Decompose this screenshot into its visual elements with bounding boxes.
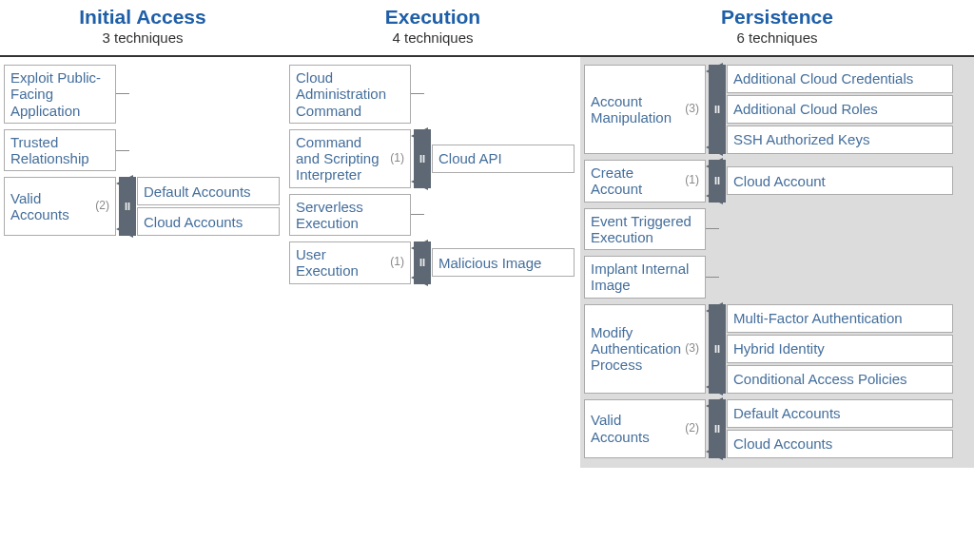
- subtechnique-label: Conditional Access Policies: [733, 371, 907, 387]
- technique-label: Trusted Relationship: [10, 134, 109, 167]
- subtechnique-cloud-api[interactable]: Cloud API: [432, 145, 575, 173]
- subtechnique-mfa[interactable]: Multi-Factor Authentication: [727, 304, 953, 333]
- technique-label: Account Manipulation: [591, 93, 682, 126]
- subtechnique-additional-cloud-credentials[interactable]: Additional Cloud Credentials: [727, 65, 953, 93]
- expander-toggle[interactable]: II: [706, 65, 725, 154]
- tactic-body: Cloud Administration Command Command and…: [285, 55, 580, 294]
- subtechnique-label: Cloud Accounts: [144, 214, 243, 230]
- expander-icon: II: [709, 304, 726, 394]
- technique-account-manipulation[interactable]: Account Manipulation (3): [584, 65, 706, 154]
- technique-modify-auth-process[interactable]: Modify Authentication Process (3): [584, 304, 706, 394]
- subtechnique-cloud-accounts[interactable]: Cloud Accounts: [727, 430, 953, 458]
- technique-create-account[interactable]: Create Account (1): [584, 160, 706, 203]
- connector-stub: [706, 228, 719, 229]
- technique-row: Event Triggered Execution: [584, 208, 970, 251]
- technique-label: Implant Internal Image: [591, 261, 699, 294]
- tactic-count: 4 techniques: [289, 29, 576, 51]
- technique-label: Valid Accounts: [10, 190, 92, 223]
- technique-label: Create Account: [591, 164, 682, 198]
- subtechnique-label: Malicious Image: [438, 255, 541, 271]
- technique-sub-count: (1): [390, 152, 404, 165]
- tactic-column-persistence: Persistence 6 techniques Account Manipul…: [580, 0, 974, 468]
- tactic-header: Persistence 6 techniques: [580, 0, 974, 55]
- technique-row: Valid Accounts (2) II Default Accounts C…: [4, 177, 282, 236]
- technique-trusted-relationship[interactable]: Trusted Relationship: [4, 129, 116, 172]
- expander-icon: II: [414, 241, 431, 284]
- subtechnique-label: Cloud Accounts: [733, 435, 832, 452]
- subtechnique-cloud-account[interactable]: Cloud Account: [727, 166, 953, 195]
- subtechnique-list: Cloud Account: [727, 160, 953, 203]
- expander-toggle[interactable]: II: [411, 241, 430, 284]
- technique-command-scripting-interpreter[interactable]: Command and Scripting Interpreter (1): [289, 129, 411, 188]
- connector-stub: [706, 277, 719, 278]
- technique-valid-accounts[interactable]: Valid Accounts (2): [584, 399, 706, 458]
- expander-toggle[interactable]: II: [706, 399, 725, 458]
- tactic-name[interactable]: Execution: [289, 6, 576, 29]
- subtechnique-list: Multi-Factor Authentication Hybrid Ident…: [727, 304, 953, 394]
- tactic-count: 6 techniques: [584, 29, 970, 51]
- technique-row: Command and Scripting Interpreter (1) II…: [289, 129, 576, 188]
- technique-exploit-public-facing[interactable]: Exploit Public-Facing Application: [4, 65, 116, 124]
- technique-label: Exploit Public-Facing Application: [10, 69, 109, 119]
- technique-label: User Execution: [296, 246, 387, 280]
- subtechnique-additional-cloud-roles[interactable]: Additional Cloud Roles: [727, 95, 953, 124]
- expander-icon: II: [414, 129, 431, 188]
- subtechnique-list: Default Accounts Cloud Accounts: [727, 399, 953, 458]
- subtechnique-label: Default Accounts: [733, 405, 841, 421]
- subtechnique-label: Hybrid Identity: [733, 340, 825, 357]
- connector-stub: [116, 93, 129, 94]
- technique-label: Event Triggered Execution: [591, 213, 699, 246]
- technique-row: Create Account (1) II Cloud Account: [584, 160, 970, 203]
- technique-serverless-execution[interactable]: Serverless Execution: [289, 194, 411, 237]
- subtechnique-conditional-access-policies[interactable]: Conditional Access Policies: [727, 365, 953, 394]
- technique-row: Implant Internal Image: [584, 256, 970, 299]
- expander-toggle[interactable]: II: [706, 304, 725, 394]
- subtechnique-ssh-authorized-keys[interactable]: SSH Authorized Keys: [727, 126, 953, 154]
- subtechnique-default-accounts[interactable]: Default Accounts: [137, 177, 280, 205]
- technique-cloud-admin-command[interactable]: Cloud Administration Command: [289, 65, 411, 124]
- technique-valid-accounts[interactable]: Valid Accounts (2): [4, 177, 116, 236]
- expander-toggle[interactable]: II: [706, 160, 725, 203]
- subtechnique-list: Cloud API: [432, 129, 575, 188]
- technique-label: Cloud Administration Command: [296, 69, 404, 119]
- subtechnique-label: SSH Authorized Keys: [733, 131, 869, 147]
- technique-sub-count: (1): [390, 256, 404, 269]
- technique-label: Valid Accounts: [591, 412, 682, 445]
- subtechnique-label: Additional Cloud Roles: [733, 101, 878, 117]
- expander-toggle[interactable]: II: [411, 129, 430, 188]
- expander-icon: II: [119, 177, 136, 236]
- subtechnique-hybrid-identity[interactable]: Hybrid Identity: [727, 335, 953, 363]
- subtechnique-cloud-accounts[interactable]: Cloud Accounts: [137, 207, 280, 236]
- subtechnique-malicious-image[interactable]: Malicious Image: [432, 248, 575, 277]
- subtechnique-list: Default Accounts Cloud Accounts: [137, 177, 280, 236]
- subtechnique-label: Default Accounts: [144, 183, 251, 200]
- tactic-header: Initial Access 3 techniques: [0, 0, 285, 55]
- technique-row: User Execution (1) II Malicious Image: [289, 241, 576, 284]
- subtechnique-label: Cloud Account: [733, 173, 826, 189]
- technique-implant-internal-image[interactable]: Implant Internal Image: [584, 256, 706, 299]
- expander-toggle[interactable]: II: [116, 177, 135, 236]
- technique-event-triggered-execution[interactable]: Event Triggered Execution: [584, 208, 706, 251]
- subtechnique-label: Additional Cloud Credentials: [733, 70, 913, 87]
- attack-matrix: Initial Access 3 techniques Exploit Publ…: [0, 0, 974, 468]
- technique-row: Exploit Public-Facing Application: [4, 65, 282, 124]
- tactic-name[interactable]: Persistence: [584, 6, 970, 29]
- tactic-body: Exploit Public-Facing Application Truste…: [0, 55, 285, 245]
- technique-label: Modify Authentication Process: [591, 324, 682, 374]
- technique-label: Command and Scripting Interpreter: [296, 134, 387, 183]
- connector-stub: [411, 214, 424, 215]
- technique-sub-count: (2): [685, 422, 699, 435]
- technique-sub-count: (3): [685, 103, 699, 116]
- tactic-name[interactable]: Initial Access: [4, 6, 282, 29]
- technique-row: Account Manipulation (3) II Additional C…: [584, 65, 970, 154]
- technique-row: Trusted Relationship: [4, 129, 282, 172]
- tactic-header: Execution 4 techniques: [285, 0, 580, 55]
- subtechnique-label: Multi-Factor Authentication: [733, 310, 903, 326]
- subtechnique-default-accounts[interactable]: Default Accounts: [727, 399, 953, 428]
- technique-user-execution[interactable]: User Execution (1): [289, 241, 411, 284]
- technique-label: Serverless Execution: [296, 199, 404, 232]
- technique-sub-count: (2): [95, 200, 109, 213]
- connector-stub: [411, 93, 424, 94]
- tactic-count: 3 techniques: [4, 29, 282, 51]
- tactic-body: Account Manipulation (3) II Additional C…: [580, 55, 974, 468]
